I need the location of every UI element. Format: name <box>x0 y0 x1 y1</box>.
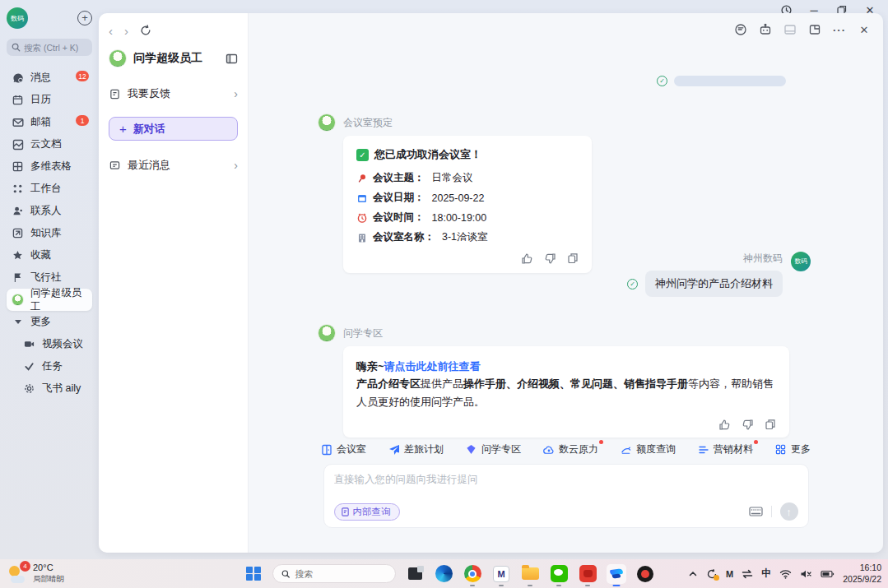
thumbs-up-icon[interactable] <box>718 419 731 431</box>
message-input[interactable] <box>334 473 798 502</box>
wechat-icon[interactable] <box>549 564 569 584</box>
divider <box>771 506 772 517</box>
weather-widget[interactable]: 4 20°C 局部晴朗 <box>0 563 64 585</box>
comment-icon[interactable] <box>732 21 750 39</box>
temperature: 20°C <box>33 563 64 574</box>
edge-icon[interactable] <box>434 564 453 584</box>
sidebar-item-wiki[interactable]: 知识库 <box>7 222 92 244</box>
meeting-card: ✓ 您已成功取消会议室！ 会议主题： 日常会议 会议日期： 2025-09-22 <box>343 136 592 273</box>
new-chat-button[interactable]: + 新对话 <box>109 117 238 141</box>
user-avatar[interactable]: 数码 <box>7 7 28 29</box>
sidebar-item-more[interactable]: 更多 <box>7 311 92 333</box>
battery-icon[interactable] <box>821 570 835 578</box>
sidebar-item-wenxue-bot[interactable]: 问学超级员工 <box>7 289 92 311</box>
thumbs-down-icon[interactable] <box>742 419 754 431</box>
weather-description: 局部晴朗 <box>33 574 64 585</box>
ime-indicator[interactable]: 中 <box>761 567 771 581</box>
chip-quota-query[interactable]: 额度查询 <box>621 442 676 456</box>
chip-marketing-material[interactable]: 营销材料 <box>698 442 753 456</box>
close-chat-icon[interactable]: ✕ <box>855 21 873 39</box>
sidebar-item-base[interactable]: 多维表格 <box>7 155 92 178</box>
chip-more[interactable]: 更多 <box>775 442 811 456</box>
back-icon[interactable]: ‹ <box>109 25 113 37</box>
sidebar-item-favorites[interactable]: 收藏 <box>7 244 92 266</box>
thumbs-up-icon[interactable] <box>521 252 533 265</box>
zone-card: 嗨亲~请点击此处前往查看 产品介绍专区提供产品操作手册、介绍视频、常见问题、销售… <box>343 346 789 438</box>
robot-icon[interactable] <box>756 21 774 39</box>
doc-icon <box>341 507 350 516</box>
dock-layout-icon[interactable] <box>781 21 799 39</box>
popout-icon[interactable] <box>806 21 824 39</box>
sidebar-item-mail[interactable]: 邮箱 1 <box>7 111 92 133</box>
feedback-icon <box>109 88 121 100</box>
chip-shuyun[interactable]: 数云原力 <box>543 442 598 456</box>
star-icon <box>12 249 24 262</box>
network-activity-icon[interactable] <box>742 569 753 579</box>
quick-action-chips: 会议室 差旅计划 问学专区 数云原力 额度查询 <box>249 442 883 456</box>
bot-panel: ‹ › 问学超级员工 我要反馈 › + 新对话 <box>99 13 249 553</box>
add-icon[interactable]: + <box>77 11 92 25</box>
sidebar-item-docs[interactable]: 云文档 <box>7 133 92 155</box>
read-receipt-icon: ✓ <box>657 76 667 86</box>
shortcut-keyboard-icon[interactable] <box>749 506 763 517</box>
internal-query-chip[interactable]: 内部查询 <box>334 503 400 521</box>
taskbar-search-input[interactable] <box>295 569 387 579</box>
sidebar-item-video-meeting[interactable]: 视频会议 <box>7 333 92 355</box>
red-app-icon[interactable] <box>578 564 597 584</box>
forward-icon[interactable]: › <box>124 25 128 37</box>
bot-avatar <box>318 324 336 342</box>
card-title: 您已成功取消会议室！ <box>374 147 481 162</box>
chrome-icon[interactable] <box>463 564 482 584</box>
sidebar-item-calendar[interactable]: 日历 <box>7 89 92 111</box>
clock-icon <box>356 212 367 223</box>
plus-icon: + <box>119 122 127 136</box>
wifi-icon[interactable] <box>779 569 792 579</box>
sidebar-item-contacts[interactable]: 联系人 <box>7 200 92 222</box>
copy-icon[interactable] <box>567 252 579 265</box>
chat-toolbar: ··· ✕ <box>732 21 873 39</box>
taskbar-clock[interactable]: 16:10 2025/9/22 <box>843 563 881 585</box>
calendar-icon <box>356 192 367 203</box>
taskbar-search[interactable] <box>272 564 396 583</box>
time: 16:10 <box>843 563 881 574</box>
volume-muted-icon[interactable] <box>800 569 812 579</box>
collapse-panel-icon[interactable] <box>225 53 238 65</box>
quota-icon <box>621 444 632 456</box>
chip-travel-plan[interactable]: 差旅计划 <box>388 442 444 456</box>
send-button[interactable]: ↑ <box>780 502 798 521</box>
more-icon[interactable]: ··· <box>830 21 848 39</box>
message-icon <box>12 72 24 84</box>
refresh-icon[interactable] <box>140 25 151 36</box>
recorder-icon[interactable] <box>635 564 655 584</box>
sidebar-item-aily[interactable]: 飞书 aily <box>7 377 92 400</box>
sync-status-icon[interactable] <box>706 568 718 580</box>
m-tray-icon[interactable]: M <box>726 569 733 579</box>
feedback-item[interactable]: 我要反馈 › <box>109 81 238 107</box>
cloud-icon <box>543 444 555 456</box>
chip-wenxue-zone[interactable]: 问学专区 <box>466 442 521 456</box>
sidebar-item-messages[interactable]: 消息 12 <box>7 67 92 89</box>
task-view-button[interactable] <box>405 564 425 584</box>
start-button[interactable] <box>244 564 263 584</box>
sidebar-search[interactable] <box>7 39 92 56</box>
sidebar-item-workbench[interactable]: 工作台 <box>7 178 92 200</box>
feishu-icon[interactable] <box>607 564 626 584</box>
zone-link[interactable]: 请点击此处前往查看 <box>384 360 481 373</box>
recent-messages-item[interactable]: 最近消息 › <box>109 152 238 178</box>
sidebar: 数码 + 消息 12 日历 邮箱 1 云文档 多维表格 <box>0 0 99 559</box>
chevron-right-icon: › <box>234 159 238 172</box>
search-input[interactable] <box>24 43 87 53</box>
recent-icon <box>109 160 121 172</box>
search-icon <box>12 43 21 52</box>
file-explorer-icon[interactable] <box>520 564 540 584</box>
date: 2025/9/22 <box>843 574 881 586</box>
markdown-app-icon[interactable]: M <box>491 564 511 584</box>
chip-meeting-room[interactable]: 会议室 <box>321 442 366 456</box>
tray-expand-icon[interactable] <box>688 569 698 579</box>
copy-icon[interactable] <box>765 419 776 431</box>
caret-down-icon <box>12 316 24 328</box>
message-bubble[interactable]: 神州问学的产品介绍材料 <box>645 271 783 297</box>
chevron-right-icon: › <box>234 87 238 100</box>
sidebar-item-tasks[interactable]: 任务 <box>7 355 92 377</box>
thumbs-down-icon[interactable] <box>544 252 556 265</box>
